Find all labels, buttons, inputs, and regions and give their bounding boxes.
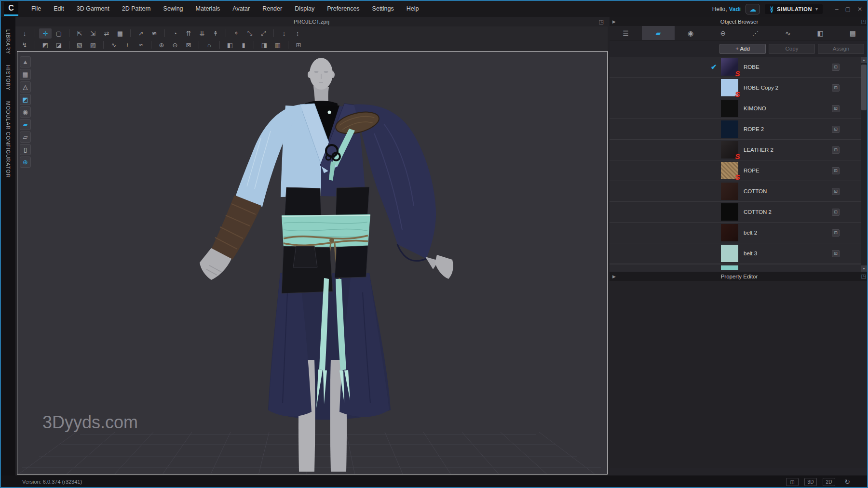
dock-tab-modular-configurator[interactable]: MODULAR CONFIGURATOR <box>5 101 11 178</box>
save-icon[interactable]: ⊡ <box>832 146 840 154</box>
menu-preferences[interactable]: Preferences <box>321 1 366 17</box>
measure-length-tool-icon[interactable]: ⤡ <box>244 28 256 39</box>
fabric-list-item[interactable]: ✔ S ROBE ⊡ <box>610 57 868 78</box>
trim-tab[interactable]: ◧ <box>804 26 837 40</box>
clo-logo-icon[interactable]: C <box>4 2 18 16</box>
fabric-list-item-partial[interactable] <box>610 264 868 270</box>
menu-help[interactable]: Help <box>400 1 425 17</box>
show-environment-icon[interactable]: ⊕ <box>20 157 31 168</box>
refresh-button[interactable]: ↻ <box>841 478 854 486</box>
edit-pattern-tool-icon[interactable]: ▧ <box>73 40 86 50</box>
save-icon[interactable]: ⊡ <box>832 126 840 133</box>
free-sewing-tool-icon[interactable]: ≀ <box>121 40 134 50</box>
menu-display[interactable]: Display <box>288 1 321 17</box>
copy-button[interactable]: Copy <box>769 44 815 54</box>
fabric-swatch[interactable]: S <box>721 120 738 138</box>
fabric-list-item[interactable]: ✔ S ROBE Copy 2 ⊡ <box>610 78 868 98</box>
menu-2d-pattern[interactable]: 2D Pattern <box>116 1 157 17</box>
scroll-up-icon[interactable]: ▲ <box>861 57 867 63</box>
measure-angle-tool-icon[interactable]: ⤢ <box>257 28 270 39</box>
show-internal-lines-icon[interactable]: ▱ <box>20 132 31 143</box>
puckering-tab[interactable]: ∿ <box>772 26 804 40</box>
avatar-figure[interactable] <box>200 58 453 472</box>
fold-arrangement-tool-icon[interactable]: ◔ <box>169 28 181 39</box>
dock-tab-library[interactable]: LIBRARY <box>5 29 11 54</box>
collapse-arrow-icon[interactable]: ▶ <box>612 274 616 279</box>
scrollbar-thumb[interactable] <box>861 65 867 110</box>
fabric-swatch[interactable]: S <box>721 58 738 76</box>
2d-view-button[interactable]: 2D <box>823 478 835 486</box>
show-fabric-icon[interactable]: ▰ <box>20 119 31 130</box>
solid-view-tool-icon[interactable]: ◧ <box>224 40 236 50</box>
show-garment-dark-icon[interactable]: ▲ <box>20 56 31 67</box>
scroll-down-icon[interactable]: ▼ <box>861 265 867 272</box>
save-icon[interactable]: ⊡ <box>832 167 840 174</box>
list-scrollbar[interactable]: ▲▼ <box>861 57 867 272</box>
show-garment-texture-icon[interactable]: ▦ <box>20 69 31 80</box>
measure-tab[interactable]: ▤ <box>837 26 868 40</box>
topstitch-tab[interactable]: ⋰ <box>739 26 772 40</box>
clo-cloud-icon[interactable]: ☁ <box>746 4 760 14</box>
menu-3d-garment[interactable]: 3D Garment <box>70 1 116 17</box>
fit-avatar-tool-icon[interactable]: ↨ <box>291 28 304 39</box>
scene-tab[interactable]: ☰ <box>610 26 642 40</box>
buttonhole-tool-icon[interactable]: ⊙ <box>169 40 181 50</box>
assign-button[interactable]: Assign <box>818 44 864 54</box>
buttonhole-tab[interactable]: ⊖ <box>707 26 739 40</box>
pin-lock-tool-icon[interactable]: ⊠ <box>182 40 195 50</box>
save-icon[interactable]: ⊡ <box>832 229 840 237</box>
flip-pattern-tool-icon[interactable]: ⇄ <box>100 28 113 39</box>
fabric-swatch[interactable]: S <box>721 203 738 221</box>
menu-settings[interactable]: Settings <box>366 1 400 17</box>
move-pattern-tool-icon[interactable]: ⇱ <box>73 28 86 39</box>
avatar-tape-tool-icon[interactable]: ⌂ <box>203 40 216 50</box>
username-link[interactable]: Vadi <box>729 6 741 13</box>
3d-viewport[interactable]: ▲▦△◩◉▰▱▯⊕ <box>17 51 608 475</box>
menu-materials[interactable]: Materials <box>190 1 227 17</box>
split-view-button[interactable]: ◫ <box>786 478 799 486</box>
project-tab[interactable]: PROJECT.zprj <box>294 19 329 25</box>
thick-texture-view-tool-icon[interactable]: ▮ <box>237 40 250 50</box>
select-move-tool-icon[interactable]: ✛ <box>39 28 52 39</box>
popout-icon[interactable]: ◳ <box>861 273 866 279</box>
dock-tab-history[interactable]: HISTORY <box>5 65 11 91</box>
fabric-list-item[interactable]: ✔ S COTTON 2 ⊡ <box>610 202 868 223</box>
transform-pattern-tool-icon[interactable]: ⇲ <box>87 28 99 39</box>
select-garment-tool-icon[interactable]: ◩ <box>39 40 52 50</box>
fit-garment-tool-icon[interactable]: ↕ <box>278 28 290 39</box>
fabric-list-item[interactable]: ✔ S COTTON ⊡ <box>610 181 868 202</box>
show-garment-avatar-icon[interactable]: ◩ <box>20 94 31 105</box>
fabric-swatch[interactable]: S <box>721 141 738 158</box>
save-icon[interactable]: ⊡ <box>832 84 840 92</box>
lift-garment-tool-icon[interactable]: ⇈ <box>182 28 195 39</box>
fabric-list-item[interactable]: ✔ S LEATHER 2 ⊡ <box>610 140 868 160</box>
collapse-arrow-icon[interactable]: ▶ <box>612 19 616 24</box>
popout-icon[interactable]: ◳ <box>861 18 866 25</box>
close-button[interactable]: ✕ <box>857 6 862 13</box>
show-avatar-icon[interactable]: ◉ <box>20 106 31 118</box>
drop-garment-tool-icon[interactable]: ⇊ <box>196 28 208 39</box>
menu-file[interactable]: File <box>25 1 47 17</box>
wind-tool-icon[interactable]: ≋ <box>148 28 161 39</box>
button-tab[interactable]: ◉ <box>675 26 707 40</box>
detach-sewing-tool-icon[interactable]: ≈ <box>135 40 147 50</box>
fabric-tab[interactable]: ▰ <box>642 26 674 40</box>
save-icon[interactable]: ⊡ <box>832 188 840 195</box>
3d-view-button[interactable]: 3D <box>804 478 817 486</box>
fabric-list-item[interactable]: ✔ S belt 2 ⊡ <box>610 223 868 243</box>
chevron-down-icon[interactable]: ▾ <box>815 6 818 12</box>
show-garment-white-icon[interactable]: △ <box>20 81 31 92</box>
minimize-button[interactable]: – <box>835 6 839 13</box>
fabric-list-item[interactable]: ✔ S KIMONO ⊡ <box>610 98 868 119</box>
show-mannequin-icon[interactable]: ▯ <box>20 144 31 155</box>
simulation-mode-button[interactable]: ∨∨ SIMULATION ▾ <box>765 4 823 14</box>
menu-edit[interactable]: Edit <box>47 1 70 17</box>
save-icon[interactable]: ⊡ <box>832 105 840 112</box>
menu-avatar[interactable]: Avatar <box>226 1 256 17</box>
pattern-view-tool-icon[interactable]: ◨ <box>258 40 271 50</box>
fabric-list-item[interactable]: ✔ S ROPE 2 ⊡ <box>610 119 868 140</box>
save-icon[interactable]: ⊡ <box>832 250 840 257</box>
edit-garment-tool-icon[interactable]: ◪ <box>53 40 65 50</box>
save-icon[interactable]: ⊡ <box>832 64 840 71</box>
menu-render[interactable]: Render <box>256 1 288 17</box>
